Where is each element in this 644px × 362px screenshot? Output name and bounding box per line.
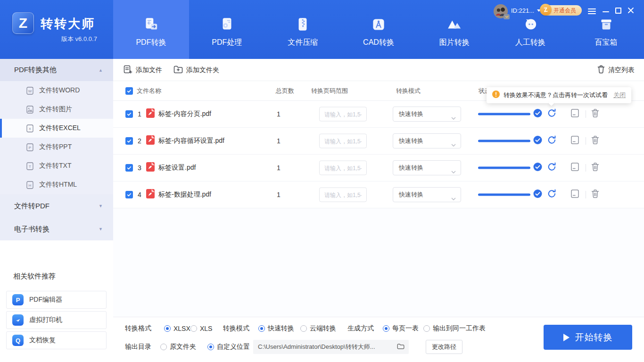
chevron-down-icon: ▼ — [99, 204, 103, 208]
radio-xlsx[interactable]: XLSX — [164, 325, 190, 332]
convert-mode-select[interactable]: 快速转换 — [393, 160, 461, 175]
tab-image-convert[interactable]: 图片转换 — [416, 0, 492, 59]
row-checkbox[interactable] — [125, 164, 133, 172]
sidebar-item-txt[interactable]: T 文件转TXT — [0, 156, 113, 175]
generate-label: 生成方式 — [347, 324, 374, 333]
sidebar-group-ebook-convert[interactable]: 电子书转换 ▼ — [0, 218, 113, 240]
format-label: 转换格式 — [125, 324, 151, 333]
sidebar-item-html[interactable]: H 文件转HTML — [0, 175, 113, 194]
sidebar: PDF转换其他 ▲ W 文件转WORD 文件转图片 X 文件转EXCEL P — [0, 59, 113, 362]
col-total-pages: 总页数 — [276, 87, 294, 95]
sidebar-item-excel[interactable]: X 文件转EXCEL — [0, 119, 113, 138]
add-file-button[interactable]: 添加文件 — [124, 59, 162, 81]
status-done-icon — [533, 163, 542, 173]
doc-recovery-icon: Q — [12, 335, 24, 346]
delete-button[interactable] — [591, 109, 599, 120]
mode-field: 快速转换 — [393, 160, 461, 175]
file-toolbar: 添加文件 添加文件夹 清空列表 — [113, 59, 644, 81]
sidebar-group-pdf-convert-other[interactable]: PDF转换其他 ▲ — [0, 59, 113, 81]
reconvert-button[interactable] — [547, 135, 557, 147]
tab-pdf-convert[interactable]: PDF转换 — [113, 0, 189, 59]
convert-mode-select[interactable]: 快速转换 — [393, 133, 461, 148]
image-convert-icon — [446, 15, 463, 34]
vip-label: 开通会员 — [553, 7, 576, 15]
row-checkbox[interactable] — [125, 137, 133, 145]
range-field — [319, 188, 367, 202]
app-window: Z 转转大师 版本 v6.0.0.7 PDF转换 PDF处理 文件压缩 — [0, 0, 644, 362]
radio-single-worksheet[interactable]: 输出到同一工作表 — [423, 324, 486, 333]
svg-text:T: T — [29, 164, 31, 168]
radio-xls[interactable]: XLS — [190, 325, 212, 332]
start-convert-button[interactable]: 开始转换 — [544, 325, 632, 350]
recommend-doc-recovery[interactable]: Q 文档恢复 — [6, 331, 107, 349]
radio-source-folder[interactable]: 原文件夹 — [160, 343, 196, 351]
sidebar-item-word[interactable]: W 文件转WORD — [0, 81, 113, 100]
chevron-down-icon — [451, 140, 456, 148]
svg-text:X: X — [29, 126, 32, 131]
radio-fast-convert[interactable]: 快速转换 — [258, 324, 294, 333]
convert-mode-select[interactable]: 快速转换 — [393, 187, 461, 202]
reconvert-button[interactable] — [547, 108, 557, 120]
page-range-input[interactable] — [319, 134, 367, 148]
page-range-input[interactable] — [319, 107, 367, 122]
delete-button[interactable] — [591, 189, 599, 200]
page-count: 1 — [277, 110, 281, 118]
recommend-virtual-printer[interactable]: 虚拟打印机 — [6, 311, 107, 329]
tab-label: 百宝箱 — [595, 38, 618, 48]
open-file-button[interactable] — [571, 189, 579, 200]
add-folder-button[interactable]: 添加文件夹 — [173, 59, 219, 81]
excel-file-icon: X — [26, 124, 33, 132]
radio-custom-location[interactable]: 自定义位置 — [207, 343, 250, 351]
delete-button[interactable] — [591, 136, 599, 147]
mode-field: 快速转换 — [393, 187, 461, 202]
app-title: 转转大师 — [41, 16, 95, 32]
radio-sheet-per-page[interactable]: 每页一表 — [383, 324, 419, 333]
divider — [586, 191, 586, 198]
tab-file-compress[interactable]: 文件压缩 — [265, 0, 341, 59]
open-file-button[interactable] — [571, 163, 579, 173]
reconvert-button[interactable] — [547, 189, 557, 201]
trash-icon — [597, 65, 605, 75]
tab-label: 文件压缩 — [288, 38, 318, 48]
col-file-name: 文件名称 — [137, 87, 161, 95]
main-panel: 添加文件 添加文件夹 清空列表 文件名称 总页数 转换页码范围 转换模式 状态 … — [113, 59, 644, 362]
folder-icon[interactable] — [397, 343, 405, 352]
add-folder-icon — [173, 65, 183, 75]
user-avatar[interactable] — [494, 4, 508, 18]
row-index: 1 — [138, 110, 141, 118]
maximize-icon[interactable] — [615, 8, 621, 14]
warning-icon — [492, 90, 500, 100]
recommend-pdf-editor[interactable]: P PDF编辑器 — [6, 291, 107, 309]
delete-button[interactable] — [591, 163, 599, 173]
row-checkbox[interactable] — [125, 110, 133, 118]
page-range-input[interactable] — [319, 188, 367, 202]
sidebar-group-file-to-pdf[interactable]: 文件转PDF ▼ — [0, 194, 113, 218]
output-path-field[interactable]: C:\Users\Administrator\Desktop\转转大师... — [253, 340, 409, 354]
tab-cad-convert[interactable]: CAD转换 — [341, 0, 417, 59]
clear-list-button[interactable]: 清空列表 — [597, 59, 635, 81]
user-id-dropdown[interactable]: ID:221... — [511, 7, 541, 14]
radio-cloud-convert[interactable]: 云端转换 — [300, 324, 336, 333]
page-count: 1 — [277, 164, 281, 172]
sidebar-item-image[interactable]: 文件转图片 — [0, 100, 113, 119]
menu-icon[interactable] — [588, 7, 596, 16]
reconvert-button[interactable] — [547, 162, 557, 174]
tooltip-close-link[interactable]: 关闭 — [613, 91, 626, 99]
convert-mode-select[interactable]: 快速转换 — [393, 107, 461, 122]
row-checkbox[interactable] — [125, 191, 133, 198]
open-file-button[interactable] — [571, 136, 579, 147]
tab-pdf-process[interactable]: PDF处理 — [189, 0, 265, 59]
vip-upgrade-button[interactable]: Z 开通会员 — [542, 5, 582, 16]
sidebar-item-ppt[interactable]: P 文件转PPT — [0, 138, 113, 156]
table-row: 4 标签-数据处理.pdf 1 快速转换 — [113, 181, 644, 208]
close-icon[interactable] — [627, 7, 634, 16]
chevron-down-icon — [451, 113, 456, 122]
open-file-button[interactable] — [571, 109, 579, 120]
tab-label: PDF转换 — [136, 38, 166, 48]
table-row: 1 标签-内容分页.pdf 1 快速转换 — [113, 101, 644, 128]
page-range-input[interactable] — [319, 161, 367, 175]
minimize-icon[interactable] — [603, 11, 609, 12]
change-path-button[interactable]: 更改路径 — [426, 340, 462, 354]
row-index: 3 — [138, 164, 141, 172]
select-all-checkbox[interactable] — [125, 87, 133, 95]
